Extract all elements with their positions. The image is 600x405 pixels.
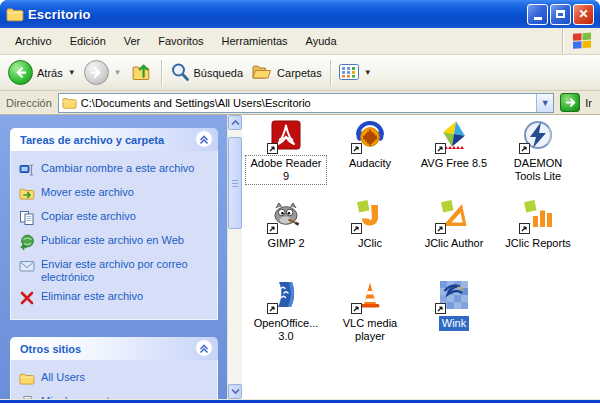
go-button[interactable]: [560, 93, 580, 112]
panel-title: Otros sitios: [20, 343, 81, 355]
file-icon-wink[interactable]: Wink: [412, 278, 496, 358]
task-link[interactable]: Copiar este archivo: [19, 207, 213, 231]
shortcut-arrow-icon: [519, 223, 530, 234]
file-icon-avg[interactable]: AVG Free 8.5: [412, 118, 496, 198]
forward-button[interactable]: ▼: [80, 58, 126, 87]
up-button[interactable]: [126, 58, 157, 87]
menu-item-ayuda[interactable]: Ayuda: [297, 32, 346, 50]
task-link[interactable]: Enviar este archivo por correo electróni…: [19, 255, 213, 287]
file-icon-label: JClic Reports: [502, 236, 573, 251]
shortcut-arrow-icon: [435, 223, 446, 234]
task-link[interactable]: Mover este archivo: [19, 183, 213, 207]
file-list-area[interactable]: Adobe Reader 9AudacityAVG Free 8.5DAEMON…: [242, 115, 600, 399]
file-icon-label: VLC media player: [330, 316, 410, 344]
folders-icon: [251, 63, 273, 83]
file-icon-jclic[interactable]: JClic: [328, 198, 412, 278]
toolbar: Atrás ▼ ▼: [0, 55, 600, 91]
shortcut-arrow-icon: [267, 143, 278, 154]
file-icon-gimp[interactable]: GIMP 2: [244, 198, 328, 278]
file-icon-adobe-reader[interactable]: Adobe Reader 9: [244, 118, 328, 198]
task-link[interactable]: Eliminar este archivo: [19, 287, 213, 311]
task-link-label: Enviar este archivo por correo electróni…: [41, 258, 209, 284]
menu-item-edicion[interactable]: Edición: [61, 32, 115, 50]
chevron-up-icon[interactable]: [195, 339, 213, 359]
file-icon-label: OpenOffice... 3.0: [246, 316, 326, 344]
window-folder-icon: [6, 6, 24, 22]
explorer-window: Escritorio ✕ ArchivoEdiciónVerFavoritosH…: [0, 0, 600, 403]
audacity-icon: [353, 118, 387, 154]
shortcut-arrow-icon: [435, 143, 446, 154]
task-link[interactable]: All Users: [19, 368, 213, 392]
scrollbar-thumb[interactable]: [228, 137, 242, 229]
copy-icon: [19, 210, 35, 228]
file-icon-label: DAEMON Tools Lite: [498, 156, 578, 184]
addressbar: Dirección C:\Documents and Settings\All …: [0, 91, 600, 115]
minimize-button[interactable]: [527, 4, 548, 25]
window-controls: ✕: [527, 4, 594, 25]
menu-item-favoritos[interactable]: Favoritos: [149, 32, 212, 50]
file-icon-audacity[interactable]: Audacity: [328, 118, 412, 198]
forward-dropdown-icon[interactable]: ▼: [114, 68, 122, 77]
back-dropdown-icon[interactable]: ▼: [68, 68, 76, 77]
address-dropdown-button[interactable]: ▼: [536, 94, 553, 112]
panel-file-tasks-header[interactable]: Tareas de archivo y carpeta: [10, 128, 218, 151]
file-icon-label: Audacity: [346, 156, 394, 171]
window-chrome: ArchivoEdiciónVerFavoritosHerramientasAy…: [0, 28, 600, 400]
shortcut-arrow-icon: [519, 143, 530, 154]
shortcut-arrow-icon: [267, 223, 278, 234]
file-icon-label: GIMP 2: [264, 236, 307, 251]
shortcut-arrow-icon: [351, 223, 362, 234]
address-input[interactable]: C:\Documents and Settings\All Users\Escr…: [58, 93, 554, 113]
file-icon-openoffice[interactable]: OpenOffice... 3.0: [244, 278, 328, 358]
close-button[interactable]: ✕: [573, 4, 594, 25]
jclic-author-icon: [437, 198, 471, 234]
file-icon-vlc[interactable]: VLC media player: [328, 278, 412, 358]
titlebar[interactable]: Escritorio ✕: [0, 0, 600, 28]
back-button[interactable]: Atrás ▼: [4, 58, 80, 87]
search-button[interactable]: Búsqueda: [166, 60, 248, 86]
jclic-reports-icon: [521, 198, 555, 234]
task-link-label: Publicar este archivo en Web: [41, 234, 184, 247]
back-label: Atrás: [37, 67, 63, 79]
task-link[interactable]: Mis documentos: [19, 392, 213, 399]
search-icon: [170, 62, 190, 84]
menu-item-herramientas[interactable]: Herramientas: [213, 32, 297, 50]
email-icon: [19, 258, 35, 276]
panel-other-places-header[interactable]: Otros sitios: [10, 337, 218, 360]
go-label: Ir: [585, 97, 592, 109]
views-button[interactable]: ▼: [335, 62, 376, 84]
publish-icon: [19, 234, 35, 252]
address-folder-icon: [62, 96, 77, 109]
panel-title: Tareas de archivo y carpeta: [20, 134, 164, 146]
folders-label: Carpetas: [277, 67, 322, 79]
scroll-down-button[interactable]: [228, 384, 242, 399]
task-link-label: Mis documentos: [41, 395, 121, 399]
avg-icon: [437, 118, 471, 154]
vertical-scrollbar[interactable]: [227, 115, 242, 399]
shortcut-arrow-icon: [267, 303, 278, 314]
folders-button[interactable]: Carpetas: [247, 61, 326, 85]
task-link[interactable]: Cambiar nombre a este archivo: [19, 159, 213, 183]
views-dropdown-icon[interactable]: ▼: [364, 68, 372, 77]
views-icon: [339, 64, 359, 82]
daemon-tools-icon: [521, 118, 555, 154]
chevron-up-icon[interactable]: [195, 130, 213, 150]
folder-icon: [19, 371, 35, 389]
address-path[interactable]: C:\Documents and Settings\All Users\Escr…: [81, 97, 536, 109]
task-link[interactable]: Publicar este archivo en Web: [19, 231, 213, 255]
file-icon-label: AVG Free 8.5: [418, 156, 490, 171]
scroll-up-button[interactable]: [228, 115, 242, 130]
file-icon-daemon-tools[interactable]: DAEMON Tools Lite: [496, 118, 580, 198]
forward-icon: [84, 60, 109, 85]
file-icon-label: JClic: [355, 236, 385, 251]
menu-item-archivo[interactable]: Archivo: [6, 32, 61, 50]
file-icon-label: Adobe Reader 9: [246, 156, 326, 184]
file-icon-jclic-reports[interactable]: JClic Reports: [496, 198, 580, 278]
task-link-label: Copiar este archivo: [41, 210, 136, 223]
file-icon-jclic-author[interactable]: JClic Author: [412, 198, 496, 278]
gimp-icon: [269, 198, 303, 234]
menu-item-ver[interactable]: Ver: [115, 32, 150, 50]
shortcut-arrow-icon: [351, 143, 362, 154]
maximize-button[interactable]: [550, 4, 571, 25]
file-icon-label: JClic Author: [422, 236, 487, 251]
